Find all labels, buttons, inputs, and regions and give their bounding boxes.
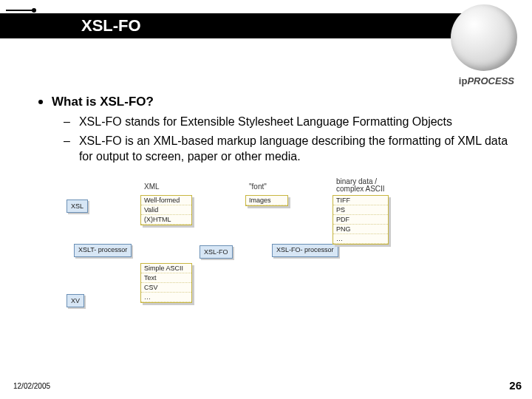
col-item: CSV: [141, 283, 191, 293]
sub-bullet: – XSL-FO stands for Extensible Styleshee…: [64, 114, 510, 130]
col-item: …: [141, 293, 191, 302]
heading-text: What is XSL-FO?: [52, 95, 154, 109]
box-xslfo-processor: XSL-FO- processor: [272, 244, 338, 257]
box-xv: XV: [66, 294, 84, 307]
diagram-column: XML Well-formed Valid (X)HTML: [140, 195, 192, 225]
bullet-text: XSL-FO stands for Extensible Stylesheet …: [79, 114, 452, 130]
col-item: TIFF: [333, 196, 388, 205]
slide-title: XSL-FO: [81, 16, 141, 35]
logo-sphere: [451, 4, 517, 71]
col-header: binary data / complex ASCII: [336, 178, 385, 193]
col-item: Text: [141, 273, 191, 283]
slide-header: XSL-FO ipPROCESS: [0, 0, 532, 44]
col-item: PDF: [333, 215, 388, 225]
dash-icon: –: [64, 114, 70, 130]
diagram-column: Simple ASCII Text CSV …: [140, 263, 192, 303]
box-xsl: XSL: [66, 200, 88, 213]
slide-content: What is XSL-FO? – XSL-FO stands for Exte…: [38, 95, 510, 168]
box-xslfo: XSL-FO: [200, 245, 233, 259]
col-item: PNG: [333, 225, 388, 234]
sub-bullet: – XSL-FO is an XML-based markup language…: [64, 133, 510, 165]
diagram-column: "font" Images: [245, 195, 288, 206]
footer-page-number: 26: [509, 379, 522, 392]
ipprocess-logo: ipPROCESS: [459, 75, 514, 86]
col-header: XML: [144, 183, 160, 191]
col-item: Well-formed: [141, 196, 191, 205]
xslfo-diagram: XSL XSLT- processor XV XSL-FO XSL-FO- pr…: [118, 182, 429, 337]
col-item: Images: [246, 196, 287, 205]
svg-point-0: [32, 8, 36, 13]
bullet-text: XSL-FO is an XML-based markup language d…: [79, 133, 510, 165]
title-bar: [0, 13, 488, 38]
col-item: Simple ASCII: [141, 264, 191, 273]
col-header: "font": [249, 183, 267, 191]
footer-date: 12/02/2005: [13, 382, 50, 390]
dash-icon: –: [64, 133, 70, 165]
col-item: (X)HTML: [141, 215, 191, 225]
col-item: PS: [333, 205, 388, 215]
col-item: …: [333, 234, 388, 244]
heading-bullet: What is XSL-FO?: [38, 95, 510, 109]
diagram-column: binary data / complex ASCII TIFF PS PDF …: [332, 195, 389, 245]
box-xslt-processor: XSLT- processor: [74, 244, 132, 257]
bullet-dot-icon: [38, 100, 43, 104]
col-item: Valid: [141, 205, 191, 215]
